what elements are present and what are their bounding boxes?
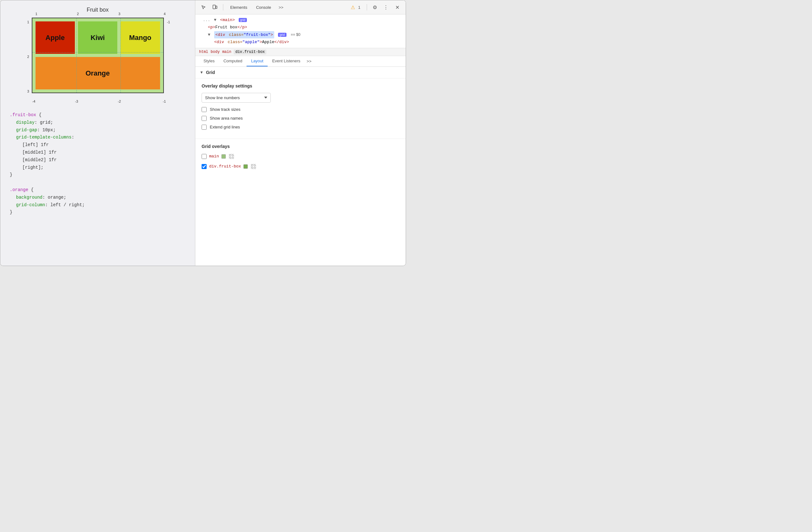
devtools-panel: Elements Console >> ⚠ 1 ⚙ ⋮ ✕ ... ▼ <mai… — [195, 0, 406, 266]
fruit-box-overlay-label: div.fruit-box — [209, 164, 241, 169]
panel-tabs-bar: Styles Computed Layout Event Listeners >… — [195, 56, 406, 67]
breadcrumb: html body main div.fruit-box — [195, 48, 406, 56]
grid-visualization: 1 2 3 4 1 2 3 Apple Kiwi Mango Orange — [32, 18, 164, 93]
grid-overlays-title: Grid overlays — [202, 144, 400, 149]
inspect-button[interactable] — [199, 3, 208, 12]
warning-icon: ⚠ — [351, 4, 355, 10]
svg-rect-0 — [213, 5, 215, 9]
settings-button[interactable]: ⚙ — [371, 4, 379, 11]
main-color-swatch[interactable] — [221, 154, 226, 159]
kiwi-cell: Kiwi — [78, 22, 117, 54]
breadcrumb-div-fruit-box[interactable]: div.fruit-box — [234, 50, 266, 54]
dom-line-p: <p>Fruit box</p> — [199, 24, 402, 31]
fruit-box-overlay-row: div.fruit-box — [202, 163, 400, 170]
col-num-neg3-bottom: -3 — [75, 99, 78, 103]
selector-fruit-box: .fruit-box — [10, 112, 36, 117]
grid-preview: Apple Kiwi Mango Orange — [32, 18, 164, 93]
expand-triangle-icon: ▼ — [208, 32, 211, 37]
section-triangle-icon: ▼ — [200, 70, 203, 74]
device-toggle-button[interactable] — [211, 3, 219, 12]
page-title: Fruit box — [6, 6, 189, 13]
close-button[interactable]: ✕ — [393, 4, 402, 11]
more-tabs-button[interactable]: >> — [277, 4, 285, 11]
orange-cell: Orange — [35, 57, 160, 89]
col-num-neg2-bottom: -2 — [118, 99, 121, 103]
show-line-numbers-dropdown[interactable]: Show line numbers Show track sizes Hide … — [202, 93, 271, 103]
overlay-settings-title: Overlay display settings — [202, 83, 400, 88]
dom-tree: ... ▼ <main> grid <p>Fruit box</p> ▼ <di… — [195, 14, 406, 48]
svg-rect-7 — [251, 164, 256, 169]
dropdown-row: Show line numbers Show track sizes Hide … — [202, 93, 400, 103]
dom-line-fruit-box[interactable]: ▼ <div class="fruit-box"> grid == $0 — [199, 31, 402, 38]
main-grid-icon[interactable] — [228, 153, 235, 159]
main-overlay-label: main — [209, 154, 219, 159]
svg-rect-2 — [229, 154, 234, 159]
layout-panel: ▼ Grid Overlay display settings Show lin… — [195, 67, 406, 266]
more-options-button[interactable]: ⋮ — [381, 4, 390, 11]
tabs-more-button[interactable]: >> — [305, 56, 313, 66]
grid-overlays-section: Grid overlays main — [195, 139, 406, 179]
show-area-names-row[interactable]: Show area names — [202, 116, 400, 121]
row-num-1-left: 1 — [27, 20, 29, 24]
col-num-neg1-bottom: -1 — [163, 99, 166, 103]
extend-grid-lines-checkbox[interactable] — [202, 125, 207, 130]
tab-styles[interactable]: Styles — [199, 56, 219, 67]
triangle-icon: ▼ — [214, 18, 216, 22]
fruit-box-color-swatch[interactable] — [243, 164, 248, 169]
extend-grid-lines-row[interactable]: Extend grid lines — [202, 125, 400, 130]
show-track-sizes-row[interactable]: Show track sizes — [202, 107, 400, 112]
fruit-box-grid-icon[interactable] — [250, 163, 257, 170]
left-panel: Fruit box 1 2 3 4 1 2 3 Apple Kiwi Mango — [0, 0, 195, 266]
dom-line-body: ... ▼ <main> grid — [199, 16, 402, 24]
extend-grid-lines-label: Extend grid lines — [210, 125, 240, 129]
console-tab[interactable]: Console — [253, 4, 274, 11]
main-overlay-row: main — [202, 153, 400, 159]
mango-cell: Mango — [120, 22, 160, 54]
apple-cell: Apple — [35, 22, 75, 54]
row-num-neg1-right: -1 — [167, 20, 170, 24]
code-block-2: .orange { background: orange; grid-colum… — [10, 186, 189, 216]
grid-section-label: Grid — [206, 70, 215, 75]
grid-badge-fruit-box: grid — [278, 33, 287, 37]
show-track-sizes-checkbox[interactable] — [202, 107, 207, 112]
show-track-sizes-label: Show track sizes — [210, 107, 241, 112]
code-section: .fruit-box { display: grid; grid-gap: 10… — [6, 111, 189, 216]
selector-orange: .orange — [10, 187, 28, 192]
tab-computed[interactable]: Computed — [219, 56, 247, 67]
tab-event-listeners[interactable]: Event Listeners — [267, 56, 305, 67]
overlay-settings: Overlay display settings Show line numbe… — [195, 79, 406, 139]
breadcrumb-html[interactable]: html — [199, 50, 208, 54]
grid-badge-main: grid — [239, 18, 247, 22]
fruit-box-overlay-checkbox[interactable] — [202, 164, 207, 169]
svg-rect-1 — [216, 6, 217, 9]
row-num-2-left: 2 — [27, 55, 29, 58]
warning-count[interactable]: 1 — [358, 5, 360, 10]
dom-line-apple: <div class="apple">Apple</div> — [199, 38, 402, 46]
breadcrumb-main[interactable]: main — [222, 50, 231, 54]
code-block-1: .fruit-box { display: grid; grid-gap: 10… — [10, 111, 189, 179]
grid-section-header[interactable]: ▼ Grid — [195, 67, 406, 79]
topbar-separator-2 — [367, 4, 367, 10]
tab-layout[interactable]: Layout — [247, 56, 267, 67]
devtools-topbar: Elements Console >> ⚠ 1 ⚙ ⋮ ✕ — [195, 0, 406, 14]
col-num-neg4-bottom: -4 — [32, 99, 35, 103]
elements-tab[interactable]: Elements — [227, 4, 250, 11]
breadcrumb-body[interactable]: body — [211, 50, 220, 54]
main-overlay-checkbox[interactable] — [202, 154, 207, 159]
show-area-names-checkbox[interactable] — [202, 116, 207, 121]
show-area-names-label: Show area names — [210, 116, 243, 121]
row-num-3-left: 3 — [27, 89, 29, 93]
